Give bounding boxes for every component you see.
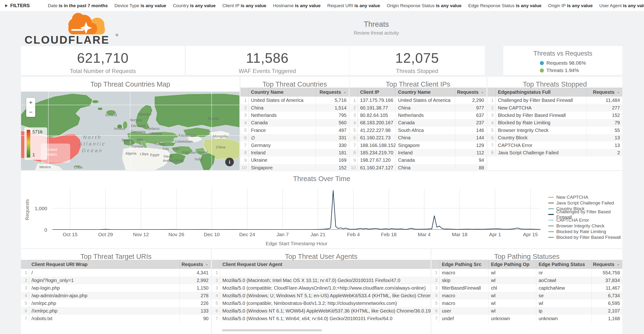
table-cell: United States of America — [248, 97, 316, 104]
table-cell: 277 — [586, 104, 622, 111]
column-header[interactable]: Requests⌄ — [316, 88, 349, 97]
table-row[interactable]: 6userwlip2,107 — [432, 307, 622, 315]
table-cell: undef — [440, 315, 488, 322]
map-country-label: Belarus — [148, 126, 160, 131]
filter-item[interactable]: Request URI is any value — [327, 3, 380, 8]
table-row[interactable]: 1United States of America5,716 — [240, 97, 349, 104]
column-header[interactable]: Client Request User Agent — [220, 260, 430, 269]
table-row[interactable]: 2/login/?login_only=12,992 — [21, 276, 211, 284]
column-header[interactable]: Client IP — [358, 88, 396, 97]
table-row[interactable]: 9198.27.67.120Canada94 — [350, 157, 486, 164]
horizontal-scrollbar[interactable] — [222, 329, 322, 331]
zoom-out-button[interactable]: − — [26, 107, 35, 117]
table-cell: wl — [536, 299, 592, 307]
table-row[interactable]: 3Mozilla/5.0 (compatible; CloudFlare-Alw… — [212, 284, 430, 292]
table-row[interactable]: 4/wp-admin/admin-ajax.php278 — [21, 292, 211, 299]
table-row[interactable]: 3Netherlands795 — [240, 112, 349, 119]
column-header[interactable]: Edge Pathing Op — [488, 260, 536, 269]
table-row[interactable]: 8Ireland181 — [240, 149, 349, 157]
table-row[interactable]: 3filterBasedFirewallchlcaptchaNew11,467 — [432, 284, 622, 292]
map-country-label: Algeria — [125, 151, 136, 155]
table-row[interactable]: 541.222.227.98South Africa146 — [350, 127, 486, 134]
table-row[interactable]: 3Blocked by Filter Based Firewall152 — [488, 112, 622, 119]
column-header-label: Edge Pathing Src — [442, 262, 482, 267]
column-header[interactable]: Edgepathingstatus Full — [496, 88, 586, 97]
zoom-in-button[interactable]: + — [26, 98, 35, 107]
filter-item[interactable]: Date is in the past 7 months — [48, 3, 108, 8]
filter-item[interactable]: Client IP is any value — [222, 3, 266, 8]
column-header[interactable]: Country Name — [248, 88, 316, 97]
column-header[interactable]: Edge Pathing Src — [440, 260, 488, 269]
table-cell: 560 — [316, 119, 349, 126]
row-index: 8 — [488, 149, 496, 157]
table-row[interactable]: 5Mozilla/5.0 (compatible; Nimbostratus-B… — [212, 299, 430, 307]
table-row[interactable]: 1 — [212, 269, 430, 276]
table-row[interactable]: 7188.166.188.152Singapore129 — [350, 141, 486, 149]
table-row[interactable]: 8Java Script Challenge Failed2 — [488, 149, 622, 157]
table-row[interactable]: 7undefunknownunknown1,168 — [432, 315, 622, 322]
filter-item[interactable]: Edge Response Status is any value — [468, 3, 541, 8]
table-row[interactable]: 260.191.38.77China977 — [350, 104, 486, 111]
column-header[interactable]: Edge Pathing Status — [536, 260, 592, 269]
table-row[interactable]: 380.82.64.105Netherlands637 — [350, 112, 486, 119]
table-row[interactable]: 8185.234.219.70Ireland112 — [350, 149, 486, 157]
table-row[interactable]: 2New CAPTCHA277 — [488, 104, 622, 111]
table-row[interactable]: 2Mozilla/5.0 (Macintosh; Intel Mac OS X … — [212, 276, 430, 284]
filter-item[interactable]: Origin Response Status is any value — [387, 3, 462, 8]
filter-item[interactable]: Device Type is any value — [114, 3, 166, 8]
table-row[interactable]: 661.160.221.73China144 — [350, 134, 486, 141]
table-row[interactable]: 3/wp-login.php1,150 — [21, 284, 211, 292]
filter-item[interactable]: User Agent is any value — [599, 3, 644, 8]
table-row[interactable]: 7/robots.txt90 — [21, 315, 211, 322]
table-row[interactable]: 7Mozilla/5.0 (Windows NT 6.1; Win64; x64… — [212, 315, 430, 322]
table-row[interactable]: 4Canada560 — [240, 119, 349, 126]
filters-toggle[interactable]: FILTERS — [5, 3, 30, 8]
chart-legend-item[interactable]: Challenged by Filter Based Firewall — [548, 212, 622, 217]
table-row[interactable]: 6Country Block13 — [488, 134, 622, 141]
column-header[interactable]: Requests⌄ — [586, 88, 622, 97]
column-header[interactable]: Client Request URI Wrap — [29, 260, 180, 269]
table-row[interactable]: 1061.160.247.127China88 — [350, 164, 486, 170]
chart-legend-item[interactable]: Java Script Challenge Failed — [548, 200, 622, 206]
column-header[interactable]: Requests⌄ — [455, 88, 486, 97]
chart-legend-item[interactable]: Blocked by Rate Limiting — [548, 229, 622, 234]
table-row[interactable]: 9Ukraine169 — [240, 157, 349, 164]
table-row[interactable]: 6Mozilla/5.0 (Windows NT 6.1; WOW64) App… — [212, 307, 430, 315]
table-row[interactable]: 2China1,514 — [240, 104, 349, 111]
table-row[interactable]: 1macrowlnr554,758 — [432, 269, 622, 276]
index-column-header — [488, 88, 496, 97]
column-header[interactable]: Requests⌄ — [180, 260, 211, 269]
table-row[interactable]: 1137.175.79.166United States of America2… — [350, 97, 486, 104]
world-map[interactable]: CanadaUnitedStatesMexicoCubaIcelandIrela… — [21, 92, 240, 170]
chart-legend-item[interactable]: Blocked by Filter Based Firewall — [548, 234, 622, 240]
table-row[interactable]: 5macrowlwl6,595 — [432, 299, 622, 307]
table-row[interactable]: 4Mozilla/5.0 (Windows; U; Windows NT 5.1… — [212, 292, 430, 299]
filter-item[interactable]: Hostname is any value — [273, 3, 320, 8]
table-row[interactable]: 6//xmlrpc.php133 — [21, 307, 211, 315]
table-row[interactable]: 468.183.200.167Canada237 — [350, 119, 486, 126]
filter-item[interactable]: Origin IP is any value — [548, 3, 593, 8]
table-row[interactable]: 5France497 — [240, 127, 349, 134]
expand-arrow-icon — [5, 4, 8, 7]
table-row[interactable]: 1Challenged by Filter Based Firewall11,4… — [488, 97, 622, 104]
table-row[interactable]: 6∅331 — [240, 134, 349, 141]
filter-item[interactable]: Country is any value — [173, 3, 216, 8]
map-info-button[interactable]: i — [225, 158, 234, 166]
threats-over-time-plot[interactable] — [52, 188, 540, 230]
column-header[interactable]: Requests⌄ — [592, 260, 622, 269]
table-row[interactable]: 4macrowlse6,734 — [432, 292, 622, 299]
table-row[interactable]: 7CAPTCHA Error13 — [488, 141, 622, 149]
table-row[interactable]: 1/4,341 — [21, 269, 211, 276]
column-header[interactable]: Country Name — [396, 88, 455, 97]
row-index: 4 — [432, 292, 440, 299]
table-cell: 13 — [586, 134, 622, 141]
chart-legend-item[interactable]: Browser Integrity Check — [548, 223, 622, 229]
table-row[interactable]: 5/xmlrpc.php226 — [21, 299, 211, 307]
table-row[interactable]: 10Singapore152 — [240, 164, 349, 170]
table-cell: /wp-admin/admin-ajax.php — [29, 292, 180, 299]
table-row[interactable]: 7Germany330 — [240, 141, 349, 149]
table-row[interactable]: 2skipwlaoCrawl37,834 — [432, 276, 622, 284]
chart-legend-item[interactable]: New CAPTCHA — [548, 194, 622, 200]
table-row[interactable]: 5Browser Integrity Check55 — [488, 127, 622, 134]
table-row[interactable]: 4Blocked by Rate Limiting79 — [488, 119, 622, 126]
